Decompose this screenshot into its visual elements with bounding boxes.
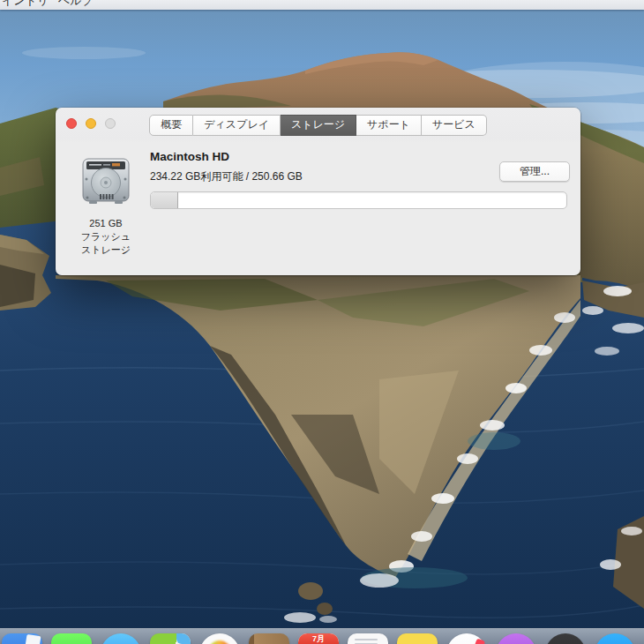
tab-storage[interactable]: ストレージ	[281, 115, 356, 136]
volume-availability: 234.22 GB利用可能 / 250.66 GB	[150, 169, 303, 184]
notes-icon[interactable]	[397, 633, 438, 644]
disk-type-line2: ストレージ	[60, 243, 152, 257]
mail-icon[interactable]	[2, 633, 42, 644]
about-this-mac-window: 概要 ディスプレイ ストレージ サポート サービス	[56, 108, 580, 275]
podcasts-icon[interactable]	[496, 633, 536, 644]
manage-button[interactable]: 管理...	[499, 161, 570, 182]
catalina-wallpaper	[0, 0, 644, 644]
tv-icon[interactable]	[545, 633, 586, 644]
photos-icon[interactable]	[199, 633, 240, 644]
tab-overview[interactable]: 概要	[149, 115, 193, 136]
calendar-icon[interactable]: 7月	[298, 633, 339, 644]
window-titlebar[interactable]: 概要 ディスプレイ ストレージ サポート サービス	[56, 108, 580, 139]
storage-bar-used	[151, 192, 178, 208]
menu-bar: イントリ ヘルプ	[0, 0, 644, 10]
tab-displays[interactable]: ディスプレイ	[193, 115, 281, 136]
storage-usage-bar	[150, 191, 567, 209]
music-icon[interactable]	[446, 633, 487, 644]
photos-pinwheel	[208, 640, 231, 644]
calendar-month-label: 7月	[298, 633, 339, 644]
mail-stamp	[25, 634, 41, 644]
disk-type-line1: フラッシュ	[60, 230, 152, 243]
maps-water	[176, 633, 191, 644]
disk-capacity-label: 251 GB フラッシュ ストレージ	[60, 217, 152, 257]
music-note	[475, 639, 485, 644]
menu-item[interactable]: イントリ	[2, 0, 49, 10]
tab-bar: 概要 ディスプレイ ストレージ サポート サービス	[56, 115, 580, 136]
app-store-icon[interactable]	[595, 633, 635, 644]
volume-name: Macintosh HD	[150, 150, 229, 163]
messages-icon[interactable]	[51, 633, 92, 644]
dock: 7月	[0, 628, 644, 644]
contacts-icon[interactable]	[249, 633, 289, 644]
reminders-icon[interactable]	[348, 633, 388, 644]
safari-icon[interactable]	[101, 633, 141, 644]
tab-support[interactable]: サポート	[356, 115, 422, 136]
tab-service[interactable]: サービス	[422, 115, 487, 136]
menu-item-help[interactable]: ヘルプ	[58, 0, 94, 10]
disk-size: 251 GB	[60, 217, 152, 230]
hard-drive-icon	[78, 153, 134, 209]
maps-icon[interactable]	[150, 633, 191, 644]
desktop: { "menu_bar": { "items": [ { "label": "イ…	[0, 0, 644, 644]
